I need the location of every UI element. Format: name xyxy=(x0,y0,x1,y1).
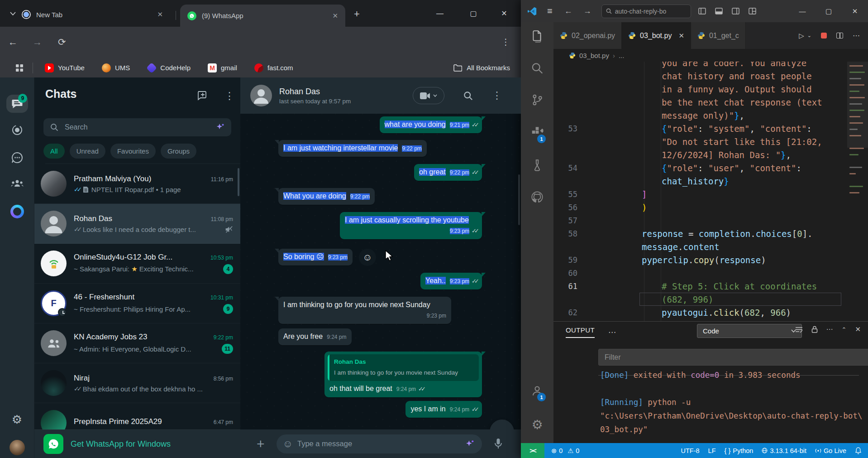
close-tab-icon[interactable]: ✕ xyxy=(678,32,684,40)
search-in-chat-icon[interactable] xyxy=(463,91,473,101)
close-window-button[interactable]: ✕ xyxy=(494,0,515,27)
settings-gear-icon[interactable]: ⚙ xyxy=(531,417,543,432)
message-bubble[interactable]: So boring ☹9:23 pm☺ xyxy=(278,249,353,265)
conversation-menu-icon[interactable]: ⋮ xyxy=(492,90,502,101)
chat-list-item[interactable]: F46 - Freshershunt10:31 pm~ Freshershunt… xyxy=(34,284,240,323)
bookmark-gmail[interactable]: Mgmail xyxy=(208,63,237,72)
tab-01-get[interactable]: 01_get_c xyxy=(691,22,746,49)
python-version-indicator[interactable]: 3.13.1 64-bit xyxy=(762,447,806,454)
command-search-box[interactable]: auto-chat-reply-bo xyxy=(601,5,691,18)
all-bookmarks-button[interactable]: All Bookmarks xyxy=(453,64,510,72)
nav-forward-icon[interactable]: → xyxy=(583,6,591,16)
message-bubble[interactable]: What you are doing9:22 pm xyxy=(278,188,375,205)
source-control-icon[interactable] xyxy=(531,94,544,106)
message-bubble[interactable]: Rohan DasI am thinking to go for you mov… xyxy=(324,352,482,397)
testing-beaker-icon[interactable] xyxy=(531,159,543,172)
toggle-panel-icon[interactable] xyxy=(715,8,723,14)
filter-favourites[interactable]: Favourites xyxy=(110,144,156,159)
chat-list-item[interactable]: OnlineStudy4u-G12 Job Gr...10:53 pm~ Sak… xyxy=(34,244,240,284)
search-sidebar-icon[interactable] xyxy=(531,62,544,74)
browser-tab-newtab[interactable]: New Tab ✕ xyxy=(22,5,171,24)
problems-indicator[interactable]: ⊗0 ⚠0 xyxy=(551,447,579,454)
output-channel-dropdown[interactable]: Code xyxy=(697,324,802,338)
nav-back-icon[interactable]: ← xyxy=(564,6,572,16)
maximize-window-button[interactable]: ▢ xyxy=(463,0,484,27)
stop-button[interactable] xyxy=(821,33,827,39)
settings-gear-icon[interactable]: ⚙ xyxy=(12,413,22,427)
chat-list-scrollbar[interactable] xyxy=(238,168,239,196)
message-input[interactable] xyxy=(297,439,465,448)
bookmark-codehelp[interactable]: CodeHelp xyxy=(147,63,191,72)
lock-autoscroll-icon[interactable] xyxy=(811,326,818,333)
go-live-button[interactable]: Go Live xyxy=(815,447,846,454)
messages-scrollbar[interactable] xyxy=(518,174,520,225)
quoted-message[interactable]: Rohan DasI am thinking to go for you mov… xyxy=(328,354,479,381)
language-indicator[interactable]: { }Python xyxy=(725,447,754,454)
nav-communities-icon[interactable] xyxy=(10,178,24,190)
message-bubble[interactable]: yes I am in9:24 pm✓✓ xyxy=(405,401,482,418)
message-bubble[interactable]: I am thinking to go for you movie next S… xyxy=(278,297,451,324)
message-bubble[interactable]: Yeah..9:23 pm✓✓ xyxy=(420,273,482,289)
tab-03-bot[interactable]: 03_bot.py ✕ xyxy=(622,22,691,49)
output-tab[interactable]: OUTPUT xyxy=(566,326,595,338)
ai-compose-icon[interactable] xyxy=(465,439,475,448)
chrome-menu-icon[interactable]: ⋮ xyxy=(501,37,510,47)
chat-list-item[interactable]: KN Academy Jobs 239:22 pm~ Admin: Hi Eve… xyxy=(34,323,240,363)
close-tab-icon[interactable]: ✕ xyxy=(157,10,163,19)
filter-all[interactable]: All xyxy=(43,144,65,159)
filter-unread[interactable]: Unread xyxy=(70,144,105,159)
reload-icon[interactable]: ⟳ xyxy=(58,37,66,48)
vscode-maximize-button[interactable]: ▢ xyxy=(816,0,842,22)
new-tab-button[interactable]: + xyxy=(354,8,360,20)
mic-icon[interactable] xyxy=(494,438,503,450)
emoji-react-button[interactable]: ☺ xyxy=(359,249,376,266)
emoji-icon[interactable]: ☺ xyxy=(283,438,293,450)
nav-meta-ai-icon[interactable] xyxy=(10,205,24,218)
filter-input[interactable] xyxy=(605,353,851,362)
chat-list-item[interactable]: Pratham Malviya (You)11:16 pm✓✓NPTEL IIT… xyxy=(34,164,240,204)
explorer-icon[interactable] xyxy=(531,30,543,43)
run-dropdown-icon[interactable]: ⌄ xyxy=(807,33,811,39)
contact-avatar[interactable] xyxy=(250,85,272,106)
vscode-minimize-button[interactable]: — xyxy=(789,0,816,22)
chat-list-item[interactable]: Niraj8:56 pm✓✓Bhai ekdam out of the box … xyxy=(34,363,240,403)
video-call-button[interactable] xyxy=(413,87,444,104)
vscode-close-button[interactable]: ✕ xyxy=(842,0,868,22)
search-bar[interactable]: Search xyxy=(43,118,231,136)
bookmark-fastcom[interactable]: fast.com xyxy=(254,63,293,72)
back-icon[interactable]: ← xyxy=(8,37,18,48)
chat-list-item[interactable]: PrepInsta Prime 2025A296:47 pm xyxy=(34,403,240,429)
chat-list-item[interactable]: Rohan Das11:08 pm✓✓Looks like I need a c… xyxy=(34,204,240,244)
menu-hamburger-icon[interactable]: ≡ xyxy=(547,6,553,16)
output-filter[interactable] xyxy=(598,349,868,366)
tab-02-openai[interactable]: 02_openai.py xyxy=(553,22,622,49)
filter-groups[interactable]: Groups xyxy=(161,144,196,159)
new-chat-icon[interactable] xyxy=(196,90,208,101)
minimize-window-button[interactable]: — xyxy=(429,0,450,27)
attach-icon[interactable]: + xyxy=(257,436,265,452)
nav-channels-icon[interactable] xyxy=(11,151,24,164)
customize-layout-icon[interactable] xyxy=(749,8,756,14)
nav-status-icon[interactable] xyxy=(11,124,24,136)
run-button[interactable]: ▷ xyxy=(799,32,804,40)
get-whatsapp-banner[interactable]: Get WhatsApp for Windows xyxy=(34,429,240,458)
breadcrumb[interactable]: 03_bot.py › ... xyxy=(553,49,868,62)
message-bubble[interactable]: I am just casually scrolling the youtube… xyxy=(340,212,482,239)
tab-search-button[interactable] xyxy=(5,6,20,21)
toggle-sidebar-icon[interactable] xyxy=(698,8,706,14)
close-panel-icon[interactable]: ✕ xyxy=(855,325,861,333)
encoding-indicator[interactable]: UTF-8 xyxy=(681,447,700,454)
browser-tab-whatsapp[interactable]: (9) WhatsApp ✕ xyxy=(180,5,345,27)
github-icon[interactable] xyxy=(531,191,544,203)
toggle-secondary-sidebar-icon[interactable] xyxy=(732,8,739,14)
editor-more-actions-icon[interactable]: ⋯ xyxy=(853,31,860,40)
maximize-panel-icon[interactable]: ⌃ xyxy=(842,326,847,333)
split-editor-icon[interactable] xyxy=(836,33,843,39)
message-bubble[interactable]: what are you doing9:21 pm✓✓ xyxy=(380,116,482,133)
message-bubble[interactable]: Are you free9:24 pm xyxy=(278,328,352,345)
bookmark-youtube[interactable]: YouTube xyxy=(45,63,85,72)
notifications-bell-icon[interactable] xyxy=(855,447,862,454)
message-input-wrap[interactable]: ☺ xyxy=(277,434,482,453)
close-tab-icon[interactable]: ✕ xyxy=(332,12,338,20)
clear-output-icon[interactable] xyxy=(795,326,803,333)
